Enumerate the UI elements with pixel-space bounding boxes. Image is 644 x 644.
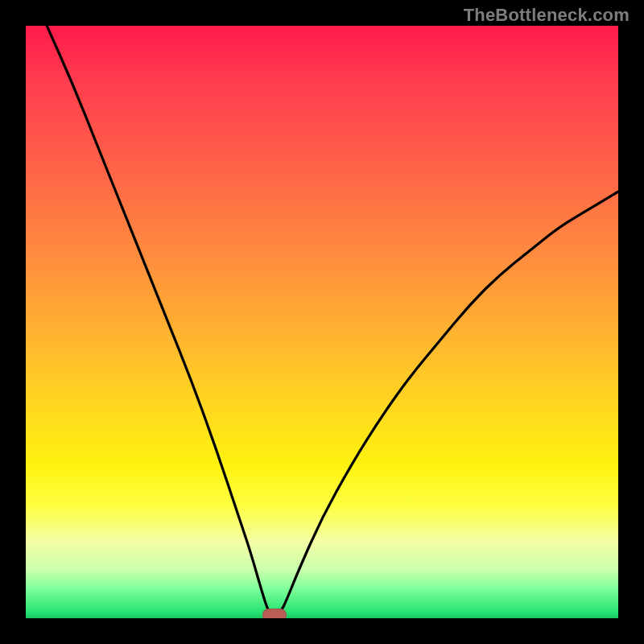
optimal-point-marker: [262, 609, 287, 618]
watermark-text: TheBottleneck.com: [464, 5, 630, 26]
bottleneck-curve-path: [26, 26, 618, 617]
chart-frame: TheBottleneck.com: [0, 0, 644, 644]
chart-svg: [26, 26, 618, 618]
plot-area: [26, 26, 618, 618]
